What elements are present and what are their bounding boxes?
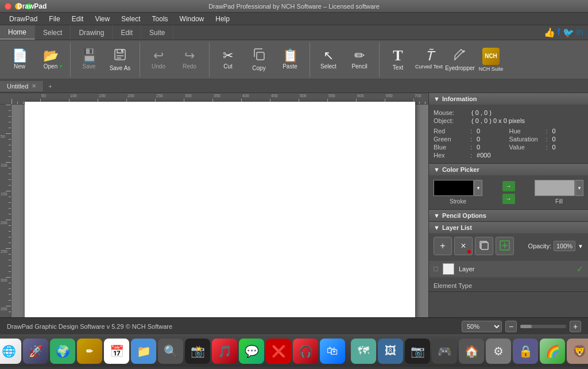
color-picker-arrow: ▼ bbox=[434, 166, 440, 173]
stroke-swatch[interactable] bbox=[434, 180, 474, 196]
swap-back-button[interactable]: → bbox=[502, 194, 515, 204]
save-as-button[interactable]: Save As bbox=[105, 44, 135, 76]
nch-suite-button[interactable]: NCH NCH Suite bbox=[476, 44, 506, 76]
dock-icon-spotlight[interactable]: 🔍 bbox=[158, 339, 183, 364]
menu-window[interactable]: Window bbox=[175, 14, 209, 24]
tab-select[interactable]: Select bbox=[35, 25, 71, 40]
open-button[interactable]: 📂 Open ▼ bbox=[36, 44, 65, 76]
doc-tab-close-icon[interactable]: ✕ bbox=[32, 83, 36, 89]
select-tool-button[interactable]: ↖ Select bbox=[314, 44, 343, 76]
layer-list-section: ▼ Layer List + × bbox=[429, 222, 588, 292]
menu-tools[interactable]: Tools bbox=[148, 14, 173, 24]
menu-file[interactable]: File bbox=[44, 14, 64, 24]
dock-icon-lion[interactable]: 🦁 bbox=[567, 339, 588, 364]
doc-tab-untitled[interactable]: Untitled ✕ bbox=[0, 81, 44, 91]
dock-icon-calendar[interactable]: 📅 bbox=[104, 339, 129, 364]
dock-icon-safari[interactable]: 🌐 bbox=[0, 339, 21, 364]
like-icon[interactable]: 👍 bbox=[544, 27, 555, 38]
pencil-options-header[interactable]: ▼ Pencil Options bbox=[429, 210, 588, 221]
dock-icon-controller[interactable]: 🎮 bbox=[432, 339, 457, 364]
dock-icon-music[interactable]: 🎵 bbox=[212, 339, 237, 364]
information-header[interactable]: ▼ Information bbox=[429, 93, 588, 105]
copy-button[interactable]: Copy bbox=[244, 44, 274, 76]
window-title: DrawPad Professional by NCH Software – L… bbox=[208, 3, 380, 10]
paste-button[interactable]: 📋 Paste bbox=[275, 44, 305, 76]
layer-visibility-check[interactable]: ✓ bbox=[577, 264, 583, 274]
dock-icon-maps[interactable]: 🌍 bbox=[50, 339, 75, 364]
menu-help[interactable]: Help bbox=[211, 14, 234, 24]
dock-icon-preferences[interactable]: ⚙ bbox=[486, 339, 511, 364]
dock-icon-home[interactable]: 🏠 bbox=[459, 339, 484, 364]
redo-button[interactable]: ↪ Redo bbox=[175, 44, 204, 76]
canvas-page[interactable] bbox=[25, 102, 415, 317]
duplicate-layer-button[interactable] bbox=[475, 237, 493, 255]
linkedin-icon[interactable]: in bbox=[577, 27, 583, 38]
fill-dropdown-arrow[interactable]: ▼ bbox=[575, 180, 583, 196]
doc-tab-bar: Untitled ✕ + bbox=[0, 79, 588, 93]
new-button[interactable]: 📄 New bbox=[5, 44, 34, 76]
dock-icon-drawpad[interactable]: ✏ bbox=[77, 339, 102, 364]
nch-suite-icon: NCH bbox=[482, 48, 500, 65]
dock-icon-camera[interactable]: 📷 bbox=[405, 339, 430, 364]
menu-drawpad[interactable]: DrawPad bbox=[5, 14, 42, 24]
information-section: ▼ Information Mouse: ( 0 , 0 ) Object: (… bbox=[429, 93, 588, 164]
merge-layer-button[interactable] bbox=[496, 237, 514, 255]
tab-drawing[interactable]: Drawing bbox=[71, 25, 113, 40]
dock-icon-nch[interactable]: ❌ bbox=[266, 339, 291, 364]
zoom-out-button[interactable]: − bbox=[505, 321, 517, 332]
dock-icon-iphoto[interactable]: 🖼 bbox=[378, 339, 403, 364]
twitter-icon[interactable]: 🐦 bbox=[563, 27, 574, 38]
menu-select[interactable]: Select bbox=[117, 14, 145, 24]
canvas-content[interactable] bbox=[11, 105, 428, 317]
close-button[interactable] bbox=[5, 3, 11, 10]
save-button[interactable]: 💾 Save bbox=[74, 44, 104, 76]
dock-icon-appstore[interactable]: 🛍 bbox=[320, 339, 345, 364]
layer-list-arrow: ▼ bbox=[434, 224, 440, 231]
swap-forward-button[interactable]: → bbox=[502, 181, 515, 191]
layer-list-header[interactable]: ▼ Layer List bbox=[429, 222, 588, 233]
toolbar-group-undoredo: ↩ Undo ↪ Redo bbox=[144, 43, 210, 77]
stroke-dropdown-arrow[interactable]: ▼ bbox=[474, 180, 482, 196]
open-icon: 📂 bbox=[43, 49, 59, 62]
cut-button[interactable]: ✂ Cut bbox=[213, 44, 243, 76]
dock-icon-photos[interactable]: 📸 bbox=[185, 339, 210, 364]
facebook-icon[interactable]: f bbox=[558, 27, 560, 38]
pencil-button[interactable]: ✏ Pencil bbox=[345, 44, 374, 76]
svg-rect-1 bbox=[121, 49, 123, 52]
dock-icon-messages[interactable]: 💬 bbox=[239, 339, 264, 364]
menu-view[interactable]: View bbox=[90, 14, 114, 24]
dock-icon-files[interactable]: 📁 bbox=[131, 339, 156, 364]
canvas-area[interactable]: // This will be done via post-render 501… bbox=[0, 93, 428, 317]
green-row: Green : 0 bbox=[434, 136, 508, 143]
fill-swatch[interactable] bbox=[535, 180, 575, 196]
main-area: // This will be done via post-render 501… bbox=[0, 93, 588, 317]
tab-home[interactable]: Home bbox=[0, 25, 35, 40]
eyedropper-button[interactable]: Eyedropper bbox=[445, 44, 475, 76]
object-value: ( 0 , 0 ) 0 x 0 pixels bbox=[471, 117, 525, 124]
dock-icon-ai[interactable]: 🌈 bbox=[540, 339, 565, 364]
dock-icon-maps2[interactable]: 🗺 bbox=[351, 339, 376, 364]
text-button[interactable]: T Text bbox=[383, 44, 413, 76]
zoom-select[interactable]: 50% 25% 75% 100% 150% 200% bbox=[462, 321, 502, 332]
hex-label: Hex bbox=[434, 152, 468, 159]
tab-suite[interactable]: Suite bbox=[141, 25, 173, 40]
undo-button[interactable]: ↩ Undo bbox=[144, 44, 173, 76]
tab-edit[interactable]: Edit bbox=[113, 25, 141, 40]
color-picker-header[interactable]: ▼ Color Picker bbox=[429, 164, 588, 175]
layer-row[interactable]: Layer ✓ bbox=[429, 261, 588, 277]
curved-text-button[interactable]: T̃ Curved Text bbox=[414, 44, 444, 76]
opacity-dropdown[interactable]: ▼ bbox=[578, 243, 583, 249]
dock-icon-itunes[interactable]: 🎧 bbox=[293, 339, 318, 364]
dock-icon-security[interactable]: 🔒 bbox=[513, 339, 538, 364]
doc-tab-add-button[interactable]: + bbox=[44, 81, 56, 91]
zoom-in-button[interactable]: + bbox=[570, 321, 581, 332]
toolbar-group-advanced: T Text T̃ Curved Text Eyedropper NCH NCH… bbox=[383, 43, 510, 77]
delete-layer-button[interactable]: × bbox=[454, 237, 473, 255]
dock-icon-launchpad[interactable]: 🚀 bbox=[23, 339, 48, 364]
add-layer-button[interactable]: + bbox=[434, 237, 452, 255]
zoom-slider[interactable] bbox=[520, 325, 566, 328]
menu-edit[interactable]: Edit bbox=[67, 14, 88, 24]
toolbar-group-tools: ↖ Select ✏ Pencil bbox=[314, 43, 380, 77]
blue-row: Blue : 0 bbox=[434, 144, 508, 151]
status-text: DrawPad Graphic Design Software v 5.29 ©… bbox=[7, 323, 172, 330]
